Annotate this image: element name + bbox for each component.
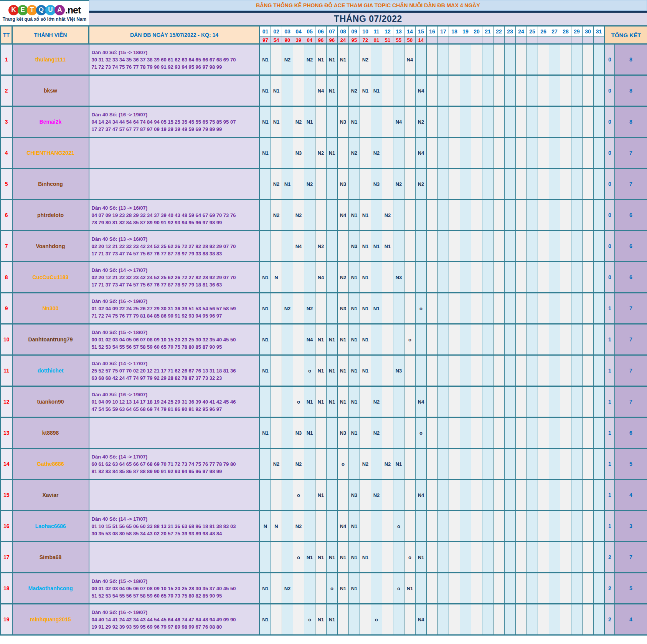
day-cell — [549, 480, 560, 511]
member-name-link[interactable]: Simba68 — [40, 554, 62, 560]
day-cell — [560, 355, 571, 386]
day-cell: N4 — [416, 137, 427, 169]
day-cell — [505, 169, 516, 200]
row-index: 14 — [1, 449, 12, 480]
day-cell — [527, 324, 538, 355]
member-name-link[interactable]: Gathe8686 — [37, 461, 64, 467]
day-cell — [460, 200, 471, 231]
day-cell: o — [371, 604, 382, 635]
dan-numbers-line: 71 72 74 75 76 77 79 81 84 85 86 90 91 9… — [92, 312, 257, 320]
member-name-link[interactable]: Xaviar — [42, 492, 58, 498]
day-cell — [494, 324, 505, 355]
tongket-miss-count: 1 — [605, 511, 615, 542]
day-cell — [549, 231, 560, 262]
day-cell — [271, 386, 282, 417]
dan-numbers-line: 30 31 32 33 34 35 36 37 38 39 60 61 62 6… — [92, 56, 257, 63]
day-cell — [516, 511, 527, 542]
day-cell — [449, 231, 460, 262]
day-cell — [516, 169, 527, 200]
member-name-link[interactable]: Madaothanhcong — [28, 585, 73, 591]
day-cell: N1 — [282, 169, 293, 200]
day-cell — [382, 355, 393, 386]
dan-title: Dàn 40 Số: (15 -> 18/07) — [92, 578, 257, 585]
dan-numbers-line: 17 71 37 73 47 74 57 75 67 76 77 87 78 9… — [92, 250, 257, 257]
day-cell — [260, 200, 271, 231]
ketqua-logo[interactable]: KETQUA .net — [8, 5, 81, 16]
day-cell — [505, 542, 516, 573]
day-cell: N1 — [260, 106, 271, 137]
day-cell: N2 — [371, 137, 382, 169]
day-cell: N1 — [360, 262, 371, 293]
member-name-link[interactable]: Laohac6686 — [35, 523, 66, 529]
member-name-link[interactable]: tuankon90 — [37, 399, 64, 405]
member-name-link[interactable]: Nn300 — [42, 305, 58, 311]
day-cell — [327, 417, 338, 449]
day-cell: N1 — [371, 293, 382, 324]
day-cell: o — [338, 449, 349, 480]
member-name-link[interactable]: minhquang2015 — [30, 616, 71, 622]
tongket-miss-count: 2 — [605, 542, 615, 573]
member-cell: phtrdeloto — [12, 200, 89, 231]
day-header: 05 — [304, 26, 315, 37]
member-name-link[interactable]: CHIENTHANG2021 — [26, 150, 74, 156]
result-cell — [594, 37, 605, 44]
day-cell — [594, 44, 605, 75]
day-cell — [282, 355, 293, 386]
day-cell: N1 — [360, 542, 371, 573]
member-name-link[interactable]: kt8898 — [42, 430, 59, 436]
day-header: 14 — [404, 26, 416, 37]
result-cell: 01 — [371, 37, 382, 44]
day-cell — [516, 449, 527, 480]
result-cell — [471, 37, 482, 44]
result-cell: 51 — [382, 37, 393, 44]
day-cell — [516, 542, 527, 573]
day-cell: N1 — [349, 106, 360, 137]
member-name-link[interactable]: CucCuCu1183 — [32, 274, 68, 280]
day-cell: N1 — [371, 75, 382, 106]
day-cell: N1 — [260, 355, 271, 386]
day-cell — [438, 449, 449, 480]
day-cell — [382, 137, 393, 169]
row-index: 10 — [1, 324, 12, 355]
day-cell: N1 — [349, 417, 360, 449]
day-header: 08 — [338, 26, 349, 37]
result-cell: 95 — [349, 37, 360, 44]
member-name-link[interactable]: Voanhdong — [36, 243, 65, 249]
member-name-link[interactable]: dotthichet — [38, 368, 64, 374]
day-cell — [271, 604, 282, 635]
day-cell: N1 — [315, 386, 327, 417]
dan-numbers-line: 00 01 02 03 04 05 06 07 08 09 10 15 20 2… — [92, 336, 257, 343]
day-cell — [494, 573, 505, 604]
day-cell — [527, 169, 538, 200]
day-cell — [516, 200, 527, 231]
day-cell — [516, 480, 527, 511]
dan-title: Dàn 40 Số: (15 -> 18/07) — [92, 49, 257, 56]
day-cell — [505, 262, 516, 293]
day-cell — [438, 542, 449, 573]
dan-cell: Dàn 40 Số: (15 -> 18/07)00 01 02 03 04 0… — [89, 324, 260, 355]
member-name-link[interactable]: Bemai2k — [40, 119, 62, 125]
day-cell — [460, 75, 471, 106]
member-name-link[interactable]: Danhtoantrung79 — [28, 336, 73, 343]
member-name-link[interactable]: thulang1111 — [35, 56, 66, 63]
day-cell: o — [416, 293, 427, 324]
day-header: 01 — [260, 26, 271, 37]
day-cell: o — [304, 604, 315, 635]
day-cell: N4 — [338, 200, 349, 231]
day-cell — [505, 75, 516, 106]
logo-tagline: Trang kết quả xổ số lớn nhất Việt Nam — [3, 17, 86, 22]
day-cell — [427, 44, 438, 75]
day-cell — [538, 44, 549, 75]
member-name-link[interactable]: phtrdeloto — [37, 212, 64, 218]
page-title: BẢNG THỐNG KÊ PHONG ĐỘ ACE THAM GIA TOPI… — [89, 0, 647, 11]
day-cell — [393, 386, 404, 417]
day-cell — [560, 386, 571, 417]
day-cell: N1 — [338, 386, 349, 417]
stats-table: TT THÀNH VIÊN DÀN ĐB NGÀY 15/07/2022 - K… — [0, 25, 647, 636]
day-cell — [494, 293, 505, 324]
member-name-link[interactable]: bksw — [44, 88, 57, 94]
day-cell — [505, 604, 516, 635]
day-cell — [460, 355, 471, 386]
member-name-link[interactable]: Binhcong — [38, 181, 63, 187]
member-cell: Laohac6686 — [12, 511, 89, 542]
